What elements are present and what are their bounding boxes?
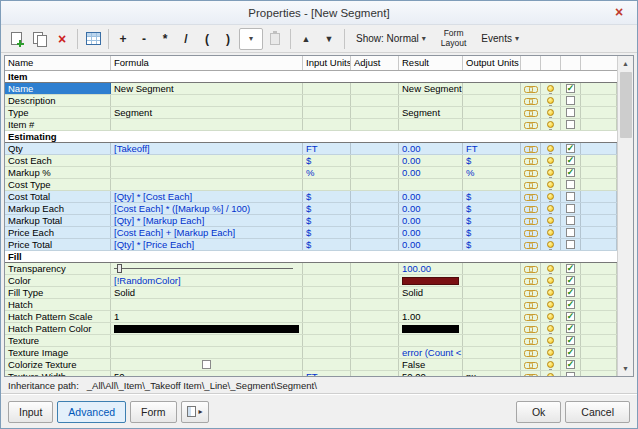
visible-checkbox-cell[interactable] [561,215,581,226]
visible-checkbox-cell[interactable] [561,227,581,238]
property-name-cell[interactable]: Markup Total [5,215,111,226]
input-units-cell[interactable] [303,311,351,322]
input-units-cell[interactable]: $ [303,155,351,166]
input-units-cell[interactable] [303,299,351,310]
formula-wizard-cell[interactable] [541,143,561,154]
visible-checkbox-cell[interactable]: ✓ [561,155,581,166]
output-units-cell[interactable] [463,263,521,274]
visible-checkbox-cell[interactable] [561,203,581,214]
visible-checkbox[interactable] [566,108,575,117]
show-dropdown[interactable]: Show: Normal ▾ [349,28,433,50]
visible-checkbox-cell[interactable]: ✓ [561,359,581,370]
formula-wizard-cell[interactable] [541,275,561,286]
input-units-cell[interactable] [303,323,351,334]
property-name-cell[interactable]: Markup Each [5,203,111,214]
visible-checkbox-cell[interactable] [561,107,581,118]
visible-checkbox[interactable]: ✓ [566,324,575,333]
visible-checkbox-cell[interactable]: ✓ [561,347,581,358]
adjust-cell[interactable] [351,359,399,370]
column-header-result[interactable]: Result [399,56,463,70]
adjust-cell[interactable] [351,107,399,118]
visible-checkbox[interactable]: ✓ [566,348,575,357]
output-units-cell[interactable] [463,335,521,346]
colorize-texture-checkbox[interactable] [202,360,211,369]
visible-checkbox[interactable] [566,204,575,213]
output-units-cell[interactable]: $ [463,155,521,166]
input-units-cell[interactable] [303,287,351,298]
visible-checkbox[interactable] [566,96,575,105]
inherit-link-cell[interactable] [521,179,541,190]
inherit-link-cell[interactable] [521,119,541,130]
output-units-cell[interactable] [463,275,521,286]
grid-view-button[interactable] [82,28,104,50]
visible-checkbox-cell[interactable]: ✓ [561,143,581,154]
formula-wizard-cell[interactable] [541,323,561,334]
visible-checkbox-cell[interactable]: ✓ [561,275,581,286]
output-units-cell[interactable] [463,119,521,130]
visible-checkbox-cell[interactable]: ✓ [561,323,581,334]
output-units-cell[interactable] [463,359,521,370]
property-formula-cell[interactable] [111,155,303,166]
property-formula-cell[interactable]: [Qty] * [Cost Each] [111,191,303,202]
visible-checkbox[interactable]: ✓ [566,312,575,321]
form-button[interactable]: Form [130,401,177,423]
adjust-cell[interactable] [351,215,399,226]
property-name-cell[interactable]: Fill Type [5,287,111,298]
adjust-cell[interactable] [351,227,399,238]
property-formula-cell[interactable] [111,263,303,274]
adjust-cell[interactable] [351,263,399,274]
output-units-cell[interactable] [463,83,521,94]
property-name-cell[interactable]: Texture [5,335,111,346]
inherit-link-cell[interactable] [521,167,541,178]
formula-wizard-cell[interactable] [541,311,561,322]
close-button[interactable]: × [603,2,635,22]
visible-checkbox[interactable]: ✓ [566,300,575,309]
operator-close-paren-button[interactable]: ) [218,28,238,50]
formula-wizard-cell[interactable] [541,95,561,106]
copy-property-button[interactable] [28,28,50,50]
column-header-input-units[interactable]: Input Units [303,56,351,70]
scroll-down-icon[interactable]: ▼ [618,361,633,376]
formula-wizard-cell[interactable] [541,347,561,358]
form-layout-button[interactable]: Form Layout [434,28,474,50]
property-name-cell[interactable]: Price Each [5,227,111,238]
operator-multiply-button[interactable]: * [155,28,175,50]
ok-button[interactable]: Ok [516,401,561,423]
property-name-cell[interactable]: Color [5,275,111,286]
property-name-cell[interactable]: Name [5,83,111,94]
property-formula-cell[interactable] [111,335,303,346]
inherit-link-cell[interactable] [521,323,541,334]
visible-checkbox[interactable] [566,240,575,249]
visible-checkbox[interactable] [566,192,575,201]
adjust-cell[interactable] [351,95,399,106]
input-units-cell[interactable] [303,263,351,274]
property-name-cell[interactable]: Item # [5,119,111,130]
property-name-cell[interactable]: Texture Image [5,347,111,358]
output-units-cell[interactable]: $ [463,239,521,250]
output-units-cell[interactable] [463,323,521,334]
input-units-cell[interactable]: $ [303,191,351,202]
formula-wizard-cell[interactable] [541,167,561,178]
adjust-cell[interactable] [351,191,399,202]
visible-checkbox-cell[interactable]: ✓ [561,263,581,274]
operator-divide-button[interactable]: / [176,28,196,50]
property-name-cell[interactable]: Hatch [5,299,111,310]
property-formula-cell[interactable]: [!RandomColor] [111,275,303,286]
inherit-link-cell[interactable] [521,311,541,322]
adjust-cell[interactable] [351,335,399,346]
input-units-cell[interactable] [303,83,351,94]
formula-wizard-cell[interactable] [541,155,561,166]
visible-checkbox[interactable]: ✓ [566,168,575,177]
output-units-cell[interactable] [463,311,521,322]
property-name-cell[interactable]: Colorize Texture [5,359,111,370]
scroll-up-icon[interactable]: ▲ [618,56,633,71]
input-button[interactable]: Input [8,401,53,423]
output-units-cell[interactable]: $ [463,227,521,238]
property-formula-cell[interactable] [111,359,303,370]
property-formula-cell[interactable]: Segment [111,107,303,118]
inherit-link-cell[interactable] [521,107,541,118]
slider-thumb[interactable] [117,264,122,273]
property-formula-cell[interactable]: [Qty] * [Price Each] [111,239,303,250]
output-units-cell[interactable]: $ [463,191,521,202]
adjust-cell[interactable] [351,239,399,250]
